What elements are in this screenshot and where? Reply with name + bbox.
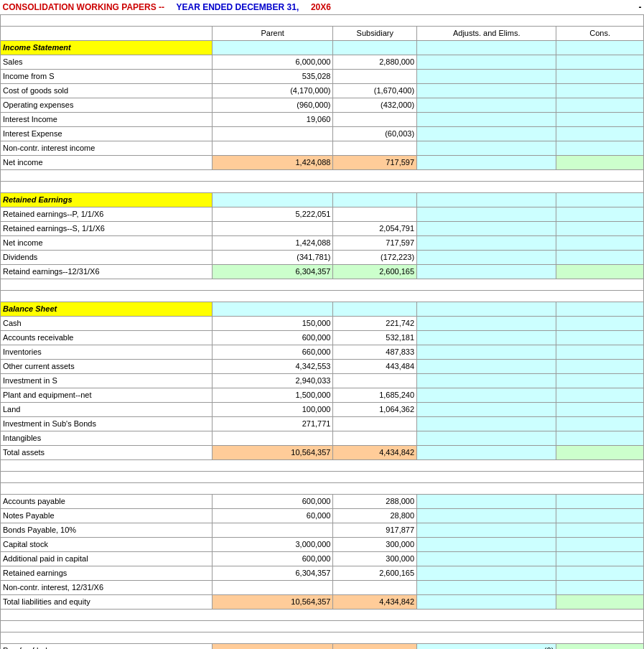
adj-total-assets	[417, 445, 556, 459]
parent-investment-s: 2,940,033	[212, 373, 333, 388]
sub-cogs: (1,670,400)	[333, 83, 417, 98]
adj-investment-s	[417, 373, 556, 388]
cons-proofs: -	[556, 643, 644, 649]
parent-ap: 600,000	[212, 494, 333, 508]
label-re-s: Retained earnings--S, 1/1/X6	[1, 221, 213, 235]
sub-re-liab: 2,600,165	[333, 566, 417, 580]
parent-proofs: -	[212, 643, 333, 649]
label-re-net-income: Net income	[1, 235, 213, 250]
adj-cash	[417, 316, 556, 330]
sub-bonds-payable: 917,877	[333, 523, 417, 537]
bs-cons-header	[556, 302, 644, 316]
parent-intangibles	[212, 431, 333, 445]
label-re-liab: Retained earnings	[1, 566, 213, 580]
row-inventories: Inventories 660,000 487,833	[1, 345, 644, 359]
row-dividends: Dividends (341,781) (172,223)	[1, 250, 644, 264]
spacer-6	[1, 459, 644, 471]
cons-apic	[556, 551, 644, 566]
spreadsheet: CONSOLIDATION WORKING PAPERS -- YEAR END…	[0, 0, 644, 649]
cons-net-income	[556, 155, 644, 169]
cons-notes-payable	[556, 508, 644, 523]
sub-proofs: -	[333, 643, 417, 649]
sub-ap: 288,000	[333, 494, 417, 508]
spacer-2	[1, 169, 644, 181]
parent-dividends: (341,781)	[212, 250, 333, 264]
label-apic: Additional paid in capital	[1, 551, 213, 566]
col-parent-header: Parent	[212, 26, 333, 40]
row-interest-income: Interest Income 19,060	[1, 112, 644, 126]
sub-investment-bonds	[333, 416, 417, 431]
adj-proofs: (0)	[417, 643, 556, 649]
cons-ppe	[556, 388, 644, 402]
row-re-p: Retained earnings--P, 1/1/X6 5,222,051	[1, 207, 644, 221]
re-cons-header	[556, 192, 644, 207]
sub-re-s: 2,054,791	[333, 221, 417, 235]
adj-ap	[417, 494, 556, 508]
sub-sales: 2,880,000	[333, 55, 417, 69]
balance-sheet-header-row: Balance Sheet	[1, 302, 644, 316]
cons-ap	[556, 494, 644, 508]
retained-earnings-header: Retained Earnings	[1, 192, 213, 207]
is-cons-header	[556, 40, 644, 55]
label-interest-expense: Interest Expense	[1, 126, 213, 141]
row-intangibles: Intangibles	[1, 431, 644, 445]
adj-ar	[417, 330, 556, 345]
parent-ar: 600,000	[212, 330, 333, 345]
row-bonds-payable: Bonds Payable, 10% 917,877	[1, 523, 644, 537]
cons-dividends	[556, 250, 644, 264]
sub-opex: (432,000)	[333, 98, 417, 112]
label-ar: Accounts receivable	[1, 330, 213, 345]
bs-parent-header	[212, 302, 333, 316]
adj-opex	[417, 98, 556, 112]
row-net-income: Net income 1,424,088 717,597	[1, 155, 644, 169]
cons-inventories	[556, 345, 644, 359]
parent-bonds-payable	[212, 523, 333, 537]
label-sales: Sales	[1, 55, 213, 69]
sub-net-income: 717,597	[333, 155, 417, 169]
cons-total-liab-equity	[556, 594, 644, 609]
is-sub-header	[333, 40, 417, 55]
row-investment-bonds: Investment in Sub's Bonds 271,771	[1, 416, 644, 431]
sub-ar: 532,181	[333, 330, 417, 345]
spacer-10	[1, 620, 644, 632]
parent-ppe: 1,500,000	[212, 388, 333, 402]
parent-re-liab: 6,304,357	[212, 566, 333, 580]
label-ap: Accounts payable	[1, 494, 213, 508]
adj-total-liab-equity	[417, 594, 556, 609]
title-empty	[333, 0, 556, 14]
adj-noncontr-interest	[417, 141, 556, 155]
parent-other-current: 4,342,553	[212, 359, 333, 373]
is-parent-header	[212, 40, 333, 55]
label-total-assets: Total assets	[1, 445, 213, 459]
sub-land: 1,064,362	[333, 402, 417, 416]
re-adj-header	[417, 192, 556, 207]
column-header-row: Parent Subsidiary Adjusts. and Elims. Co…	[1, 26, 644, 40]
parent-land: 100,000	[212, 402, 333, 416]
row-proofs: Proofs of balance - - (0) -	[1, 643, 644, 649]
row-sales: Sales 6,000,000 2,880,000	[1, 55, 644, 69]
label-cogs: Cost of goods sold	[1, 83, 213, 98]
label-other-current: Other current assets	[1, 359, 213, 373]
cons-interest-expense	[556, 126, 644, 141]
retained-earnings-header-row: Retained Earnings	[1, 192, 644, 207]
cons-interest-income	[556, 112, 644, 126]
cons-noncontr-interest	[556, 141, 644, 155]
label-intangibles: Intangibles	[1, 431, 213, 445]
row-notes-payable: Notes Payable 60,000 28,800	[1, 508, 644, 523]
sub-interest-expense: (60,003)	[333, 126, 417, 141]
parent-capital-stock: 3,000,000	[212, 537, 333, 551]
parent-notes-payable: 60,000	[212, 508, 333, 523]
cons-investment-s	[556, 373, 644, 388]
adj-re-total	[417, 264, 556, 279]
adj-re-liab	[417, 566, 556, 580]
label-total-liab-equity: Total liabilities and equity	[1, 594, 213, 609]
sub-dividends: (172,223)	[333, 250, 417, 264]
row-apic: Additional paid in capital 600,000 300,0…	[1, 551, 644, 566]
label-capital-stock: Capital stock	[1, 537, 213, 551]
title-part2: YEAR ENDED DECEMBER 31,	[177, 2, 299, 12]
income-statement-header-row: Income Statement	[1, 40, 644, 55]
label-cash: Cash	[1, 316, 213, 330]
label-net-income: Net income	[1, 155, 213, 169]
sub-inventories: 487,833	[333, 345, 417, 359]
row-re-s: Retained earnings--S, 1/1/X6 2,054,791	[1, 221, 644, 235]
